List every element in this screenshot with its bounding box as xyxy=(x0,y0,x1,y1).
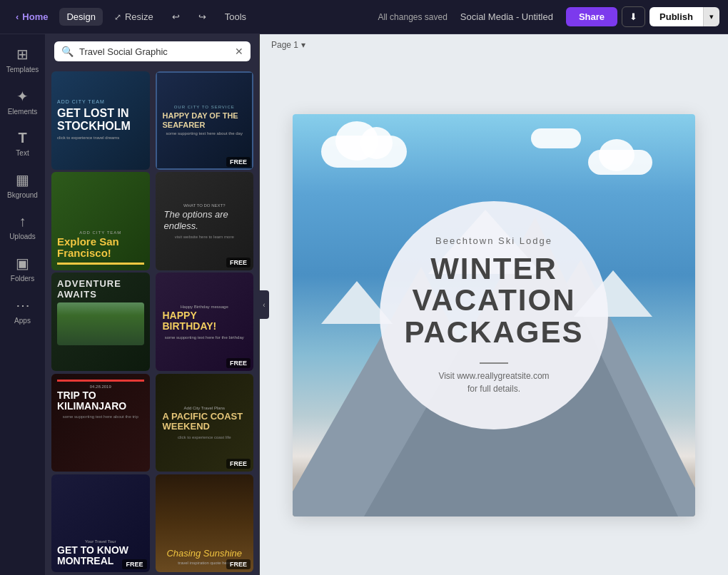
uploads-label: Uploads xyxy=(9,233,36,240)
main-body: ⊞ Templates ✦ Elements T Text ▦ Bkground… xyxy=(0,34,728,575)
heading-line3: PACKAGES xyxy=(405,315,584,349)
folders-label: Folders xyxy=(11,275,34,283)
sidebar-item-uploads[interactable]: ↑ Uploads xyxy=(3,208,43,246)
top-navigation: ‹ Home Design ⤢ Resize ↩ ↪ Tools All cha… xyxy=(0,0,728,34)
search-input[interactable] xyxy=(79,46,229,57)
search-icon: 🔍 xyxy=(61,46,74,57)
sidebar-item-background[interactable]: ▦ Bkground xyxy=(3,166,43,205)
heading-line2: VACATION xyxy=(412,283,575,317)
sidebar-item-text[interactable]: T Text xyxy=(3,124,43,163)
undo-icon: ↩ xyxy=(172,11,180,22)
templates-label: Templates xyxy=(6,66,39,73)
canvas-document[interactable]: Beechtown Ski Lodge WINTER VACATION PACK… xyxy=(293,114,695,517)
background-icon: ▦ xyxy=(16,171,29,188)
tools-label: Tools xyxy=(225,11,246,22)
text-label: Text xyxy=(16,149,29,157)
templates-icon: ⊞ xyxy=(16,46,29,63)
design-label: Design xyxy=(66,11,95,22)
template-adventure[interactable]: ADVENTURE AWAITS xyxy=(51,273,150,371)
home-label: Home xyxy=(22,11,48,22)
free-badge-birthday: FREE xyxy=(226,358,251,368)
page-dropdown-icon: ▾ xyxy=(301,40,305,50)
free-badge-options: FREE xyxy=(226,258,251,268)
cloud-3 xyxy=(531,128,581,148)
template-stockholm[interactable]: Add City Team GET LOST IN STOCKHOLM clic… xyxy=(51,71,150,170)
website-text: Visit www.reallygreatsite.com xyxy=(438,371,549,381)
uploads-icon: ↑ xyxy=(19,213,26,230)
apps-icon: ⋯ xyxy=(16,297,30,314)
background-label: Bkground xyxy=(7,191,38,199)
cloud-2 xyxy=(588,150,652,175)
folders-icon: ▣ xyxy=(16,255,29,272)
template-seafarer[interactable]: OUR CITY TO SERVICE HAppy DAY OF THE SEa… xyxy=(156,71,254,170)
canvas-area: Page 1 ▾ xyxy=(260,34,728,575)
main-heading: WINTER VACATION PACKAGES xyxy=(405,253,584,347)
canvas-scroll[interactable]: Beechtown Ski Lodge WINTER VACATION PACK… xyxy=(260,56,728,575)
template-pacific[interactable]: Add City Travel Plans A PACIFIC COAST WE… xyxy=(156,374,254,472)
free-badge: FREE xyxy=(226,157,251,167)
elements-label: Elements xyxy=(8,108,38,116)
free-badge-montreal: FREE xyxy=(122,559,146,569)
publish-button[interactable]: Publish xyxy=(649,7,703,26)
sub-text: Visit www.reallygreatsite.com for full d… xyxy=(438,370,549,395)
apps-label: Apps xyxy=(14,317,31,325)
document-title: Social Media - Untitled xyxy=(460,11,553,22)
sidebar-item-apps[interactable]: ⋯ Apps xyxy=(3,291,43,330)
resize-button[interactable]: ⤢ Resize xyxy=(107,8,161,26)
publish-group: Publish ▾ xyxy=(649,7,719,26)
circle-overlay[interactable]: Beechtown Ski Lodge WINTER VACATION PACK… xyxy=(380,201,608,429)
share-label: Share xyxy=(579,11,605,22)
resize-label: Resize xyxy=(125,11,153,22)
canvas-header: Page 1 ▾ xyxy=(260,34,728,56)
page-label[interactable]: Page 1 ▾ xyxy=(271,40,305,50)
search-box[interactable]: 🔍 ✕ xyxy=(54,41,251,61)
heading-line1: WINTER xyxy=(430,252,557,285)
download-icon: ⬇ xyxy=(630,11,637,22)
undo-button[interactable]: ↩ xyxy=(165,8,187,26)
sidebar-icons: ⊞ Templates ✦ Elements T Text ▦ Bkground… xyxy=(0,34,46,575)
template-montreal[interactable]: Your Travel Tour GET TO KNOW MONTREAL FR… xyxy=(51,474,150,573)
chevron-left-icon: ‹ xyxy=(16,11,19,22)
save-status: All changes saved xyxy=(378,12,447,22)
sidebar-item-templates[interactable]: ⊞ Templates xyxy=(3,40,43,79)
templates-header: 🔍 ✕ xyxy=(46,34,259,66)
page-number: Page 1 xyxy=(271,40,298,50)
resize-icon: ⤢ xyxy=(114,12,121,22)
website-text2: for full details. xyxy=(467,384,520,394)
publish-dropdown-button[interactable]: ▾ xyxy=(703,7,719,26)
templates-grid: Add City Team GET LOST IN STOCKHOLM clic… xyxy=(46,66,259,575)
panel-toggle[interactable]: ‹ xyxy=(259,290,269,319)
cloud-1 xyxy=(321,136,407,168)
download-button[interactable]: ⬇ xyxy=(622,6,645,27)
template-sf[interactable]: Add City Team Explore San Francisco! xyxy=(51,172,150,270)
chevron-down-icon: ▾ xyxy=(709,12,714,21)
redo-icon: ↪ xyxy=(198,11,206,22)
free-badge-pacific: FREE xyxy=(226,459,251,469)
template-options[interactable]: WHAT TO DO NEXT? The options are endless… xyxy=(156,172,254,270)
templates-panel: 🔍 ✕ Add City Team GET LOST IN STOCKHOLM … xyxy=(46,34,260,575)
elements-icon: ✦ xyxy=(16,88,29,105)
text-icon: T xyxy=(18,130,26,146)
template-sunshine[interactable]: Chasing Sunshine travel inspiration quot… xyxy=(156,474,254,573)
publish-label: Publish xyxy=(659,11,693,22)
share-button[interactable]: Share xyxy=(566,7,617,26)
home-button[interactable]: ‹ Home xyxy=(9,8,55,26)
tools-button[interactable]: Tools xyxy=(218,8,253,26)
template-birthday[interactable]: Happy Birthday message HAPPY BIRTHDAY! s… xyxy=(156,273,254,371)
free-badge-sunshine: FREE xyxy=(226,559,251,569)
template-kilimanjaro[interactable]: 04.28.2019 TRIP TO KILIMANJARO some supp… xyxy=(51,374,150,472)
divider-line xyxy=(480,362,508,364)
clear-search-button[interactable]: ✕ xyxy=(235,46,243,57)
sidebar-item-folders[interactable]: ▣ Folders xyxy=(3,249,43,288)
lodge-name: Beechtown Ski Lodge xyxy=(435,235,552,246)
sidebar-item-elements[interactable]: ✦ Elements xyxy=(3,82,43,121)
redo-button[interactable]: ↪ xyxy=(191,8,213,26)
design-button[interactable]: Design xyxy=(59,8,102,26)
